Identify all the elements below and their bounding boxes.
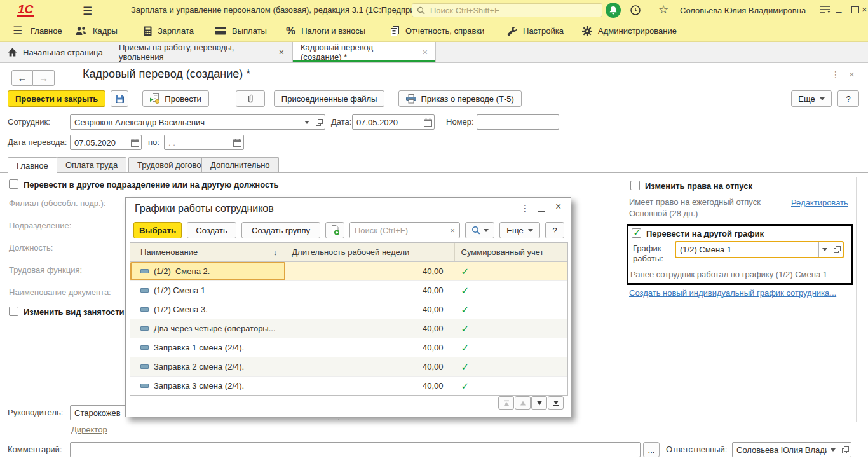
employee-field[interactable]: Севрюков Александр Васильевич (70, 114, 325, 130)
date-field[interactable]: 07.05.2020 (352, 114, 435, 130)
schedule-dropdown-button[interactable] (818, 242, 831, 257)
transfer-date-calendar-button[interactable] (128, 135, 141, 149)
week-hours-cell[interactable]: 40,00 (285, 305, 454, 314)
date-calendar-button[interactable] (421, 115, 434, 129)
edit-vacation-link[interactable]: Редактировать (791, 198, 848, 207)
section-administration[interactable]: Администрирование (582, 20, 677, 41)
main-menu-icon[interactable]: ☰ (83, 4, 92, 18)
schedule-row[interactable]: (1/2) Смена 3. 40,00 ✓ (130, 300, 567, 319)
responsible-dropdown-button[interactable] (827, 443, 839, 457)
go-up-button[interactable] (515, 396, 531, 410)
go-first-button[interactable] (498, 396, 514, 410)
close-tab-icon[interactable]: × (279, 47, 284, 57)
responsible-open-button[interactable] (839, 443, 851, 457)
transfer-date-field[interactable]: 07.05.2020 (70, 135, 142, 150)
create-group-button[interactable]: Создать группу (241, 222, 320, 238)
post-and-close-button[interactable]: Провести и закрыть (8, 90, 105, 107)
select-button[interactable]: Выбрать (133, 222, 182, 238)
week-hours-cell[interactable]: 40,00 (285, 324, 454, 333)
schedule-name-cell[interactable]: (1/2) Смена 3. (130, 300, 285, 319)
schedule-name-cell[interactable]: Два через четыре (операторы... (130, 319, 285, 338)
page-tab-main[interactable]: Главное (8, 157, 57, 173)
dialog-help-button[interactable]: ? (545, 222, 564, 238)
manager-position-link[interactable]: Директор (71, 425, 107, 434)
schedule-row[interactable]: (1/2) Смена 1 40,00 ✓ (130, 281, 567, 300)
sections-menu-button[interactable]: ☰ (13, 20, 22, 41)
summary-check-icon[interactable]: ✓ (455, 304, 568, 315)
restore-button[interactable] (851, 6, 859, 13)
schedule-name-cell[interactable]: Заправка 1 смена (2/4). (130, 338, 285, 357)
close-tab-icon[interactable]: × (423, 47, 428, 57)
responsible-field[interactable]: Соловьева Юлия Владим (732, 442, 851, 457)
schedule-row[interactable]: Заправка 3 смена (2/4). 40,00 ✓ (130, 377, 567, 395)
favorites-button[interactable]: ☆ (658, 3, 668, 17)
section-payments[interactable]: Выплаты (215, 20, 267, 41)
transfer-to-calendar-button[interactable] (231, 135, 243, 149)
change-schedule-checkbox[interactable] (632, 228, 641, 238)
dialog-maximize-button[interactable] (538, 205, 545, 212)
go-last-button[interactable] (548, 396, 564, 410)
summary-check-icon[interactable]: ✓ (455, 266, 568, 277)
schedule-row[interactable]: (1/2) Смена 2. 40,00 ✓ (130, 262, 567, 281)
create-button[interactable]: Создать (187, 222, 236, 238)
global-search-input[interactable] (429, 5, 597, 16)
attach-button[interactable] (236, 90, 265, 107)
column-header-week-hours[interactable]: Длительность рабочей недели (285, 243, 454, 261)
employee-open-button[interactable] (313, 115, 325, 129)
forward-button[interactable]: → (33, 70, 55, 86)
history-button[interactable] (630, 4, 641, 18)
clear-search-button[interactable]: × (445, 223, 459, 238)
change-vacation-checkbox[interactable] (630, 181, 640, 190)
schedule-open-button[interactable] (831, 242, 843, 257)
dialog-search-field[interactable]: × (349, 222, 460, 238)
column-header-name[interactable]: Наименование ↓ (130, 243, 285, 261)
dialog-close-button[interactable]: × (555, 201, 561, 212)
transfer-order-button[interactable]: Приказ о переводе (Т-5) (398, 90, 521, 107)
panel-splitter[interactable] (856, 177, 857, 422)
schedule-row[interactable]: Заправка 1 смена (2/4). 40,00 ✓ (130, 338, 567, 357)
schedule-row[interactable]: Заправка 2 смена (2/4). 40,00 ✓ (130, 357, 567, 377)
tab-personnel-transfer[interactable]: Кадровый перевод (создание) * × (292, 42, 436, 62)
service-menu-button[interactable] (818, 4, 831, 17)
section-main[interactable]: Главное (31, 20, 62, 41)
week-hours-cell[interactable]: 40,00 (285, 266, 454, 276)
schedule-name-cell[interactable]: Заправка 2 смена (2/4). (130, 357, 285, 376)
change-employment-checkbox[interactable] (9, 307, 18, 316)
dialog-search-input[interactable] (350, 223, 445, 238)
transfer-department-checkbox[interactable] (9, 179, 18, 189)
form-help-button[interactable]: ? (837, 90, 859, 107)
employee-dropdown-button[interactable] (301, 115, 313, 129)
section-taxes[interactable]: % Налоги и взносы (286, 20, 365, 41)
comment-more-button[interactable]: ... (643, 442, 660, 457)
close-window-button[interactable]: × (862, 4, 867, 15)
dialog-more-button[interactable]: Еще (499, 222, 540, 238)
go-down-button[interactable] (531, 396, 547, 410)
summary-check-icon[interactable]: ✓ (455, 361, 568, 373)
page-tab-pay[interactable]: Оплата труда (57, 157, 126, 172)
summary-check-icon[interactable]: ✓ (455, 380, 568, 392)
comment-input[interactable] (70, 442, 641, 457)
copy-item-button[interactable] (325, 222, 344, 238)
summary-check-icon[interactable]: ✓ (455, 323, 568, 335)
section-reports[interactable]: Отчетность, справки (390, 20, 484, 41)
number-input[interactable] (477, 114, 559, 130)
week-hours-cell[interactable]: 40,00 (285, 343, 454, 352)
tab-home[interactable]: Начальная страница (0, 42, 111, 62)
section-settings[interactable]: Настройка (507, 20, 564, 41)
schedule-name-cell[interactable]: (1/2) Смена 1 (130, 281, 285, 300)
create-individual-schedule-link[interactable]: Создать новый индивидуальный график сотр… (629, 288, 836, 298)
form-kebab-menu[interactable]: ⋮ (831, 69, 840, 79)
section-salary[interactable]: Зарплата (144, 20, 194, 41)
form-more-button[interactable]: Еще (791, 90, 832, 107)
back-button[interactable]: ← (11, 70, 33, 86)
minimize-button[interactable]: _ (836, 2, 841, 13)
search-options-button[interactable] (465, 222, 494, 238)
attached-files-button[interactable]: Присоединенные файлы (274, 90, 385, 107)
notifications-button[interactable] (606, 3, 621, 18)
post-button[interactable]: Провести (142, 90, 209, 107)
schedule-name-cell[interactable]: (1/2) Смена 2. (130, 262, 285, 280)
dialog-kebab-menu[interactable]: ⋮ (520, 203, 529, 213)
week-hours-cell[interactable]: 40,00 (285, 286, 454, 295)
schedule-field[interactable]: (1/2) Смена 1 (675, 241, 844, 258)
schedule-name-cell[interactable]: Заправка 3 смена (2/4). (130, 377, 285, 395)
